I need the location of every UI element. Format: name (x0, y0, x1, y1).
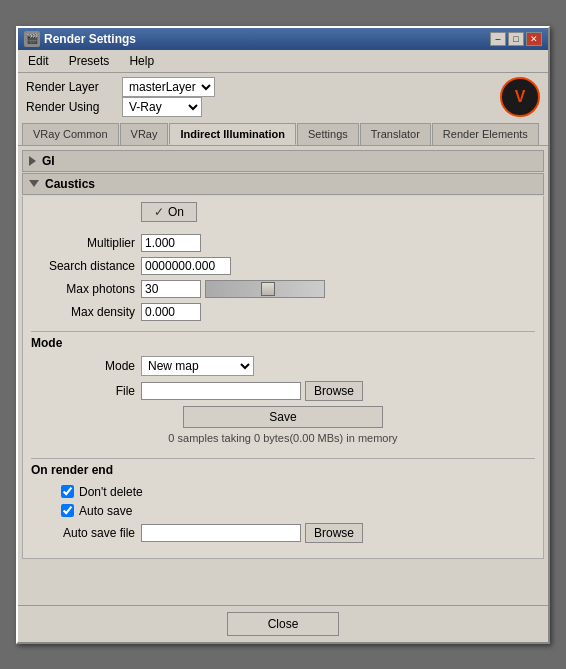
title-bar: 🎬 Render Settings – □ ✕ (18, 28, 548, 50)
save-button[interactable]: Save (183, 406, 383, 428)
save-row: Save (31, 406, 535, 428)
tab-vray[interactable]: VRay (120, 123, 169, 145)
max-density-row: Max density (31, 303, 535, 321)
tab-render-elements[interactable]: Render Elements (432, 123, 539, 145)
menu-bar: Edit Presets Help (18, 50, 548, 73)
on-button[interactable]: ✓ On (141, 202, 197, 222)
close-window-button[interactable]: ✕ (526, 32, 542, 46)
slider-thumb (261, 282, 275, 296)
dont-delete-checkbox[interactable] (61, 485, 74, 498)
auto-save-row: Auto save (31, 504, 535, 518)
max-photons-input[interactable] (141, 280, 201, 298)
dont-delete-row: Don't delete (31, 485, 535, 499)
content-area: GI Caustics ✓ On Multiplier Search dist (18, 145, 548, 605)
vray-logo: V (500, 77, 540, 117)
title-bar-left: 🎬 Render Settings (24, 31, 136, 47)
render-using-row: Render Using V-Ray (26, 97, 215, 117)
photons-slider-wrapper (205, 280, 325, 298)
mode-label: Mode (31, 359, 141, 373)
window-title: Render Settings (44, 32, 136, 46)
toolbar: Render Layer masterLayer Render Using V-… (18, 73, 548, 121)
dont-delete-label: Don't delete (79, 485, 143, 499)
mode-select[interactable]: New map From file Incremental add (141, 356, 254, 376)
mode-row: Mode New map From file Incremental add (31, 356, 535, 376)
window-controls: – □ ✕ (490, 32, 542, 46)
on-checkmark: ✓ (154, 205, 164, 219)
info-text: 0 samples taking 0 bytes(0.00 MBs) in me… (31, 432, 535, 444)
render-using-select[interactable]: V-Ray (122, 97, 202, 117)
max-photons-row: Max photons (31, 280, 535, 298)
auto-save-browse-button[interactable]: Browse (305, 523, 363, 543)
caustics-section-header[interactable]: Caustics (22, 173, 544, 195)
file-browse-button[interactable]: Browse (305, 381, 363, 401)
search-distance-input[interactable] (141, 257, 231, 275)
render-layer-select[interactable]: masterLayer (122, 77, 215, 97)
auto-save-file-label: Auto save file (31, 526, 141, 540)
caustics-section-label: Caustics (45, 177, 95, 191)
search-distance-row: Search distance (31, 257, 535, 275)
bottom-bar: Close (18, 605, 548, 642)
minimize-button[interactable]: – (490, 32, 506, 46)
tab-settings[interactable]: Settings (297, 123, 359, 145)
file-input[interactable] (141, 382, 301, 400)
gi-arrow-icon (29, 156, 36, 166)
multiplier-row: Multiplier (31, 234, 535, 252)
max-density-label: Max density (31, 305, 141, 319)
gi-section-header[interactable]: GI (22, 150, 544, 172)
tabs-bar: VRay Common VRay Indirect Illumination S… (18, 123, 548, 145)
gi-section-label: GI (42, 154, 55, 168)
render-settings-window: 🎬 Render Settings – □ ✕ Edit Presets Hel… (16, 26, 550, 644)
mode-section: Mode Mode New map From file Incremental … (31, 327, 535, 452)
menu-help[interactable]: Help (123, 52, 160, 70)
multiplier-label: Multiplier (31, 236, 141, 250)
max-density-input[interactable] (141, 303, 201, 321)
maximize-button[interactable]: □ (508, 32, 524, 46)
multiplier-input[interactable] (141, 234, 201, 252)
tab-translator[interactable]: Translator (360, 123, 431, 145)
auto-save-file-input[interactable] (141, 524, 301, 542)
auto-save-file-row: Auto save file Browse (31, 523, 535, 543)
tab-vray-common[interactable]: VRay Common (22, 123, 119, 145)
auto-save-checkbox[interactable] (61, 504, 74, 517)
render-layer-row: Render Layer masterLayer (26, 77, 215, 97)
render-using-label: Render Using (26, 100, 116, 114)
file-label: File (31, 384, 141, 398)
on-render-end-section: On render end Don't delete Auto save Aut… (31, 454, 535, 552)
max-photons-slider[interactable] (205, 280, 325, 298)
menu-presets[interactable]: Presets (63, 52, 116, 70)
on-render-end-header: On render end (31, 458, 535, 481)
app-icon: 🎬 (24, 31, 40, 47)
close-button[interactable]: Close (227, 612, 340, 636)
caustics-arrow-icon (29, 180, 39, 187)
auto-save-label: Auto save (79, 504, 132, 518)
menu-edit[interactable]: Edit (22, 52, 55, 70)
search-distance-label: Search distance (31, 259, 141, 273)
tab-indirect-illumination[interactable]: Indirect Illumination (169, 123, 296, 145)
max-photons-label: Max photons (31, 282, 141, 296)
render-layer-label: Render Layer (26, 80, 116, 94)
caustics-section-content: ✓ On Multiplier Search distance Max phot… (22, 196, 544, 559)
on-label: On (168, 205, 184, 219)
mode-section-header: Mode (31, 331, 535, 350)
file-row: File Browse (31, 381, 535, 401)
